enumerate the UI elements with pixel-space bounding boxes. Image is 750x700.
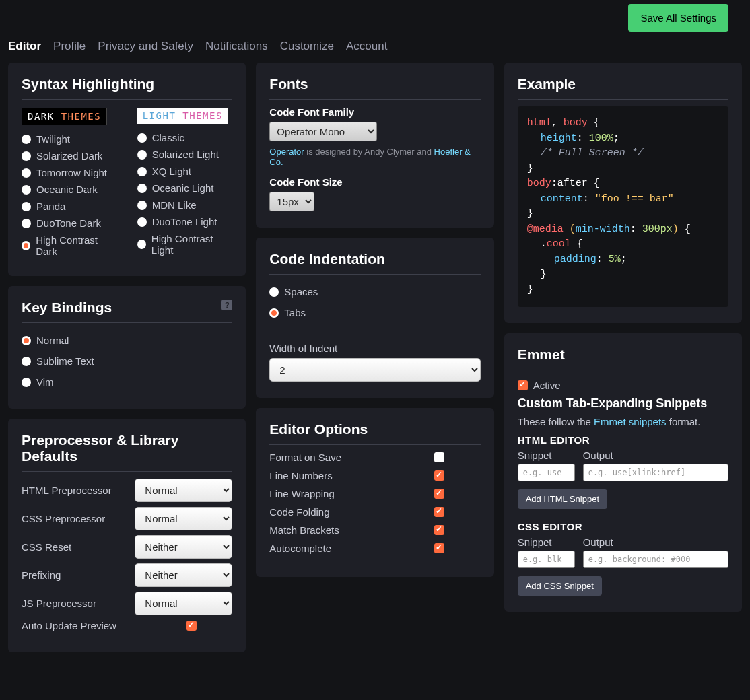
theme-radio[interactable] — [22, 151, 31, 161]
opt-format-on-save-checkbox[interactable] — [434, 452, 444, 462]
operator-link[interactable]: Operator — [269, 147, 304, 157]
example-title: Example — [518, 76, 728, 100]
syntax-title: Syntax Highlighting — [22, 76, 232, 100]
indent-width-label: Width of Indent — [269, 343, 480, 354]
keybindings-title: Key Bindings — [22, 300, 112, 315]
card-fonts: Fonts Code Font Family Operator Mono Ope… — [256, 63, 493, 228]
prepro-label: CSS Preprocessor — [22, 513, 105, 524]
fonts-title: Fonts — [269, 76, 480, 100]
add-html-snippet-button[interactable]: Add HTML Snippet — [518, 489, 607, 509]
example-code: html, body { height: 100%; /* Full Scree… — [518, 106, 728, 307]
theme-radio[interactable] — [137, 217, 147, 227]
prepro-select-js-preprocessor[interactable]: Normal — [135, 592, 232, 615]
light-themes-header: LIGHT THEMES — [137, 108, 228, 124]
theme-radio[interactable] — [137, 167, 147, 176]
opt-label: Line Numbers — [269, 470, 332, 481]
prepro-select-css-reset[interactable]: Neither — [135, 535, 232, 559]
theme-mdn-like[interactable]: MDN Like — [137, 197, 233, 213]
prepro-title: Preprocessor & Library Defaults — [22, 432, 232, 472]
prepro-label: JS Preprocessor — [22, 598, 96, 609]
card-syntax-highlighting: Syntax Highlighting DARK THEMES Twilight… — [8, 63, 246, 276]
card-example: Example html, body { height: 100%; /* Fu… — [504, 63, 742, 323]
prepro-label: CSS Reset — [22, 541, 71, 553]
html-snippet-input[interactable] — [518, 464, 575, 481]
card-emmet: Emmet Active Custom Tab-Expanding Snippe… — [504, 333, 742, 612]
theme-radio[interactable] — [22, 168, 31, 178]
theme-radio[interactable] — [22, 202, 31, 211]
opt-autocomplete-checkbox[interactable] — [434, 543, 444, 553]
opt-code-folding-checkbox[interactable] — [434, 507, 444, 517]
theme-tomorrow-night[interactable]: Tomorrow Night — [22, 164, 117, 181]
auto-update-checkbox[interactable] — [186, 621, 197, 631]
keybinding-sublime-text[interactable]: Sublime Text — [22, 351, 232, 372]
theme-radio[interactable] — [22, 185, 31, 195]
dark-themes-header: DARK THEMES — [22, 108, 107, 125]
theme-radio[interactable] — [137, 184, 147, 193]
theme-classic[interactable]: Classic — [137, 129, 233, 146]
help-icon[interactable]: ? — [221, 300, 232, 310]
theme-radio[interactable] — [137, 201, 147, 210]
theme-xq-light[interactable]: XQ Light — [137, 163, 233, 180]
theme-twilight[interactable]: Twilight — [22, 131, 117, 147]
font-size-select[interactable]: 15px — [269, 192, 314, 211]
keybinding-normal[interactable]: Normal — [22, 330, 232, 351]
font-size-label: Code Font Size — [269, 176, 480, 188]
theme-radio[interactable] — [22, 219, 31, 228]
settings-tabs: EditorProfilePrivacy and SafetyNotificat… — [8, 36, 742, 63]
editor-opts-title: Editor Options — [269, 421, 480, 445]
opt-match-brackets-checkbox[interactable] — [434, 525, 444, 535]
tab-notifications[interactable]: Notifications — [205, 40, 268, 53]
theme-high-contrast-light[interactable]: High Contrast Light — [137, 230, 233, 258]
indent-tabs[interactable]: Tabs — [269, 302, 480, 323]
card-key-bindings: Key Bindings? NormalSublime TextVim — [8, 286, 246, 409]
theme-solarized-dark[interactable]: Solarized Dark — [22, 147, 117, 164]
font-hint: Operator is designed by Andy Clymer and … — [269, 147, 480, 167]
emmet-snippets-link[interactable]: Emmet snippets — [594, 416, 667, 427]
save-all-button[interactable]: Save All Settings — [628, 4, 728, 32]
add-css-snippet-button[interactable]: Add CSS Snippet — [518, 576, 602, 596]
theme-radio[interactable] — [22, 241, 30, 250]
tab-customize[interactable]: Customize — [280, 40, 334, 53]
opt-label: Line Wrapping — [269, 488, 334, 499]
tab-profile[interactable]: Profile — [53, 40, 86, 53]
card-indentation: Code Indentation SpacesTabs Width of Ind… — [256, 238, 493, 398]
prepro-select-css-preprocessor[interactable]: Normal — [135, 507, 232, 530]
theme-duotone-light[interactable]: DuoTone Light — [137, 213, 233, 230]
theme-high-contrast-dark[interactable]: High Contrast Dark — [22, 232, 117, 260]
theme-radio[interactable] — [22, 135, 31, 144]
opt-label: Autocomplete — [269, 542, 331, 554]
theme-radio[interactable] — [137, 240, 146, 249]
auto-update-label: Auto Update Preview — [22, 620, 116, 631]
theme-panda[interactable]: Panda — [22, 198, 117, 215]
css-editor-heading: CSS EDITOR — [518, 521, 728, 532]
opt-line-wrapping-checkbox[interactable] — [434, 489, 444, 499]
theme-duotone-dark[interactable]: DuoTone Dark — [22, 215, 117, 232]
indent-spaces[interactable]: Spaces — [269, 281, 480, 302]
tab-account[interactable]: Account — [346, 40, 387, 53]
theme-oceanic-dark[interactable]: Oceanic Dark — [22, 181, 117, 198]
card-preprocessor: Preprocessor & Library Defaults HTML Pre… — [8, 419, 246, 652]
prepro-select-html-preprocessor[interactable]: Normal — [135, 479, 232, 502]
theme-radio[interactable] — [137, 133, 147, 143]
css-snippet-input[interactable] — [518, 551, 575, 568]
opt-label: Code Folding — [269, 506, 329, 518]
html-editor-heading: HTML EDITOR — [518, 434, 728, 446]
theme-solarized-light[interactable]: Solarized Light — [137, 146, 233, 163]
opt-label: Format on Save — [269, 452, 341, 463]
emmet-active-checkbox[interactable] — [518, 380, 528, 390]
opt-line-numbers-checkbox[interactable] — [434, 470, 444, 481]
css-output-input[interactable] — [583, 551, 728, 568]
indent-width-select[interactable]: 2 — [269, 358, 480, 382]
emmet-follow-text: These follow the Emmet snippets format. — [518, 416, 728, 427]
font-family-select[interactable]: Operator Mono — [269, 122, 377, 141]
emmet-title: Emmet — [518, 347, 728, 370]
theme-radio[interactable] — [137, 150, 147, 160]
tab-privacy-and-safety[interactable]: Privacy and Safety — [98, 40, 193, 53]
prepro-select-prefixing[interactable]: Neither — [135, 563, 232, 587]
theme-oceanic-light[interactable]: Oceanic Light — [137, 180, 233, 197]
card-editor-options: Editor Options Format on SaveLine Number… — [256, 408, 493, 577]
keybinding-vim[interactable]: Vim — [22, 372, 232, 392]
font-family-label: Code Font Family — [269, 106, 480, 118]
tab-editor[interactable]: Editor — [8, 40, 41, 53]
html-output-input[interactable] — [583, 464, 728, 481]
